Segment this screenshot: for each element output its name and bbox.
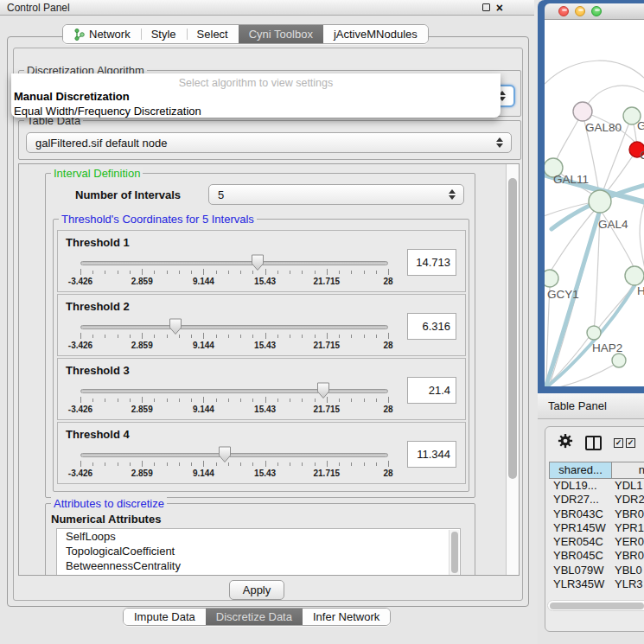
network-window-titlebar [545,3,644,20]
select-columns-icon[interactable]: ✓ ✓ [614,438,635,448]
network-edge [640,198,644,269]
dropdown-hint: Select algorithm to view settings [11,73,501,89]
tab-impute-data[interactable]: Impute Data [124,609,206,625]
table-horizontal-scrollbar[interactable] [547,600,644,611]
close-traffic-light[interactable] [558,6,569,16]
close-icon[interactable]: × [496,3,503,12]
dropdown-option-equal-width[interactable]: Equal Width/Frequency Discretization [11,104,501,118]
threshold-slider[interactable]: -3.4262.8599.14415.4321.71528 [80,445,388,471]
slider-tick-labels: -3.4262.8599.14415.4321.71528 [80,277,388,287]
minimize-traffic-light[interactable] [575,6,585,16]
gear-icon[interactable] [558,433,573,452]
slider-track[interactable] [80,325,388,329]
table-row[interactable]: YDL19...YDL1 [549,479,644,493]
slider-track[interactable] [80,261,388,265]
cell-shared-name[interactable]: YIL052C [549,591,612,593]
number-of-intervals-combobox[interactable]: 5 [208,184,464,205]
network-node[interactable] [587,326,601,340]
cell-shared-name[interactable]: YBL079W [549,564,612,577]
table-panel-title: Table Panel [548,399,607,412]
tab-select[interactable]: Select [187,25,239,43]
network-view-window: GAL80GACGAL11GAL4GCY1HHAP2 [538,0,644,393]
dropdown-option-manual[interactable]: Manual Discretization [11,89,501,104]
bottom-tab-bar: Impute Data Discretize Data Infer Networ… [123,608,391,626]
float-window-icon[interactable] [482,3,490,11]
network-node[interactable] [589,190,611,213]
cell-name[interactable]: YLR3 [612,577,644,591]
threshold-value-field[interactable]: 6.316 [407,313,456,340]
cell-name[interactable]: YPR1 [612,521,644,535]
cell-shared-name[interactable]: YER054C [549,535,612,549]
table-row[interactable]: YDR27...YDR2 [549,493,644,507]
slider-tick-labels: -3.4262.8599.14415.4321.71528 [80,341,388,351]
tab-jactivemnodules[interactable]: jActiveMNodules [323,25,428,43]
numerical-attributes-label: Numerical Attributes [51,513,161,526]
apply-button[interactable]: Apply [229,580,284,600]
scrollbar-thumb[interactable] [508,178,517,479]
threshold-label: Threshold 2 [66,300,130,313]
table-row[interactable]: YIL052CYIL0 [549,591,644,593]
cell-name[interactable]: YIL0 [612,591,644,593]
cell-name[interactable]: YDR2 [612,493,644,507]
numerical-attributes-list[interactable]: SelfLoopsTopologicalCoefficientBetweenne… [56,528,461,576]
cell-name[interactable]: YDL1 [612,479,644,493]
tab-discretize-data[interactable]: Discretize Data [206,609,303,625]
scrollbar-thumb[interactable] [451,532,458,573]
tab-network[interactable]: Network [63,25,141,43]
threshold-slider[interactable]: -3.4262.8599.14415.4321.71528 [80,253,388,279]
control-panel-titlebar: Control Panel × [0,0,534,16]
zoom-traffic-light[interactable] [591,6,602,16]
cell-shared-name[interactable]: YLR345W [549,577,612,591]
network-node[interactable] [612,354,626,367]
threshold-value-field[interactable]: 14.713 [407,249,456,276]
slider-track[interactable] [80,389,388,393]
threshold-2-row: Threshold 2 -3.4262.8599.14415.4321.7152… [57,294,466,356]
column-header-name[interactable]: na [612,462,644,478]
slider-ticks [80,333,388,340]
table-row[interactable]: YBR045CYBR0 [549,549,644,563]
settings-scroll-viewport: Interval Definition Number of Intervals … [18,163,520,576]
list-scrollbar[interactable] [449,530,459,576]
node-label: GAL80 [585,121,622,134]
cell-shared-name[interactable]: YDL19... [549,479,612,493]
settings-scrollbar[interactable] [506,164,519,575]
slider-track[interactable] [80,453,388,457]
network-canvas[interactable]: GAL80GACGAL11GAL4GCY1HHAP2 [545,20,644,386]
threshold-label: Threshold 4 [66,428,130,441]
table-row[interactable]: YLR345WYLR3 [549,577,644,591]
slider-ticks [80,397,388,404]
cell-name[interactable]: YBR0 [612,549,644,563]
table-data-combobox[interactable]: galFiltered.sif default node [26,132,512,153]
cell-shared-name[interactable]: YBR043C [549,507,612,521]
column-header-shared-name[interactable]: shared... [550,462,612,478]
cell-shared-name[interactable]: YPR145W [549,521,612,535]
network-node[interactable] [573,102,592,121]
threshold-value-field[interactable]: 11.344 [407,441,456,468]
scrollbar-thumb[interactable] [550,603,644,609]
cell-shared-name[interactable]: YDR27... [549,493,612,507]
tab-infer-network[interactable]: Infer Network [303,609,390,625]
threshold-slider[interactable]: -3.4262.8599.14415.4321.71528 [80,381,388,407]
network-node[interactable] [625,266,644,285]
threshold-slider[interactable]: -3.4262.8599.14415.4321.71528 [80,317,388,343]
node-label: HAP2 [592,341,622,354]
columns-icon[interactable] [585,436,602,450]
cell-name[interactable]: YBL0 [612,564,644,577]
table-row[interactable]: YBL079WYBL0 [549,564,644,577]
tab-cyni-toolbox[interactable]: Cyni Toolbox [239,25,323,43]
table-row[interactable]: YER054CYER0 [549,535,644,549]
attribute-item[interactable]: SelfLoops [57,529,460,544]
network-node[interactable] [545,270,558,287]
cell-shared-name[interactable]: YBR045C [549,549,612,563]
tab-style[interactable]: Style [141,25,187,43]
attribute-item[interactable]: BetweennessCentrality [57,558,460,573]
cell-name[interactable]: YBR0 [612,507,644,521]
table-row[interactable]: YPR145WYPR1 [549,521,644,535]
cell-name[interactable]: YER0 [612,535,644,549]
threshold-value-field[interactable]: 21.4 [407,377,456,404]
table-row[interactable]: YBR043CYBR0 [549,507,644,521]
node-label: GCY1 [547,288,579,301]
thresholds-group-title: Threshold's Coordinates for 5 Intervals [59,213,257,226]
number-of-intervals-label: Number of Intervals [75,188,181,201]
attribute-item[interactable]: TopologicalCoefficient [57,544,460,558]
